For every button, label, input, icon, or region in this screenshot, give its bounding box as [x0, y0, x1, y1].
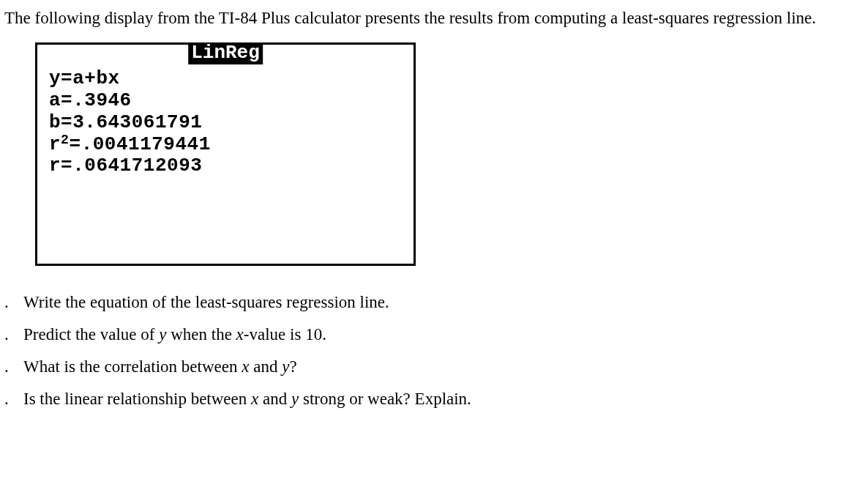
calculator-screen: LinReg y=a+bx a=.3946 b=3.643061791 r2=.… — [35, 42, 416, 266]
q4-and: and — [258, 390, 291, 408]
calc-line-3: b=3.643061791 — [49, 112, 406, 134]
var-x: x — [242, 357, 249, 376]
question-3: What is the correlation between x and y? — [4, 351, 864, 383]
calc-line-5: r=.0641712093 — [49, 155, 406, 177]
q3-text: What is the correlation between — [23, 357, 242, 376]
var-y: y — [282, 357, 289, 376]
calc-line-1: y=a+bx — [49, 68, 406, 90]
question-1: Write the equation of the least-squares … — [4, 286, 864, 319]
q2-text: Predict the value of — [23, 325, 159, 344]
var-x: x — [251, 390, 258, 408]
var-x: x — [236, 325, 244, 344]
r2-value: =.0041179441 — [70, 133, 211, 155]
q2-text-post: -value is 10. — [244, 325, 326, 344]
calc-line-4: r2=.0041179441 — [49, 134, 406, 156]
calc-header: LinReg — [188, 42, 263, 65]
q3-and: and — [249, 357, 282, 376]
intro-text: The following display from the TI-84 Plu… — [4, 7, 864, 29]
var-y: y — [291, 390, 299, 408]
question-4: Is the linear relationship between x and… — [4, 383, 864, 415]
q4-text: Is the linear relationship between — [23, 390, 251, 408]
calc-body: y=a+bx a=.3946 b=3.643061791 r2=.0041179… — [37, 45, 414, 185]
q3-text-post: ? — [289, 357, 296, 376]
var-y: y — [159, 325, 166, 344]
q4-text-post: strong or weak? Explain. — [299, 390, 471, 408]
squared-superscript: 2 — [61, 133, 69, 147]
calc-line-2: a=.3946 — [49, 90, 406, 112]
question-list: Write the equation of the least-squares … — [4, 286, 864, 416]
q2-text-mid: when the — [166, 325, 236, 344]
r-char: r — [49, 133, 61, 155]
question-2: Predict the value of y when the x-value … — [4, 319, 864, 351]
